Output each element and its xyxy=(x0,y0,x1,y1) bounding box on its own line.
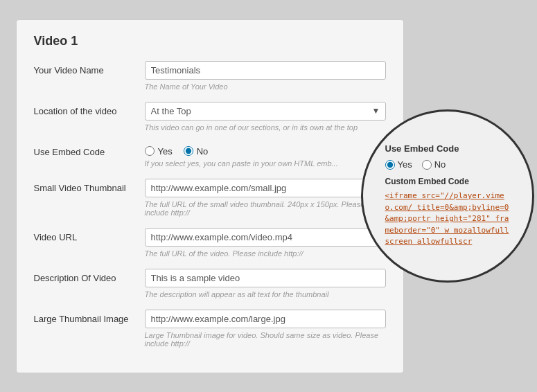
large-thumbnail-input[interactable] xyxy=(145,310,386,328)
embed-code-label: Use Embed Code xyxy=(34,143,145,157)
popup-radio-group: Yes No xyxy=(385,159,510,170)
popup-yes-radio[interactable] xyxy=(385,160,395,170)
description-label: Description Of Video xyxy=(34,269,145,283)
embed-radio-group: Yes No xyxy=(145,143,386,157)
embed-yes-radio[interactable] xyxy=(145,146,155,156)
location-hint: This video can go in one of our sections… xyxy=(145,123,386,132)
small-thumbnail-row: Small Video Thumbnail The full URL of th… xyxy=(34,179,386,217)
small-thumbnail-control: The full URL of the small video thumbnai… xyxy=(145,179,386,217)
embed-yes-text: Yes xyxy=(158,146,173,157)
large-thumbnail-control: Large Thumbnail image for video. Should … xyxy=(145,310,386,348)
main-form-card: Video 1 Your Video Name The Name of Your… xyxy=(16,19,404,373)
large-thumbnail-row: Large Thumbnail Image Large Thumbnail im… xyxy=(34,310,386,348)
large-thumbnail-label: Large Thumbnail Image xyxy=(34,310,145,324)
popup-yes-label[interactable]: Yes xyxy=(385,159,412,170)
video-url-control: The full URL of the video. Please includ… xyxy=(145,228,386,258)
embed-code-row: Use Embed Code Yes No If you select yes,… xyxy=(34,143,386,168)
small-thumbnail-input[interactable] xyxy=(145,179,386,197)
video-name-row: Your Video Name The Name of Your Video xyxy=(34,61,386,91)
embed-popup: Use Embed Code Yes No Custom Embed Code … xyxy=(361,109,534,283)
location-row: Location of the video At the Top At the … xyxy=(34,102,386,132)
small-thumbnail-hint: The full URL of the small video thumbnai… xyxy=(145,200,386,217)
embed-no-radio[interactable] xyxy=(184,146,193,156)
card-title: Video 1 xyxy=(34,34,386,48)
popup-title: Use Embed Code xyxy=(385,143,510,154)
location-label: Location of the video xyxy=(34,102,145,116)
popup-yes-text: Yes xyxy=(398,159,412,170)
description-row: Description Of Video The description wil… xyxy=(34,269,386,299)
video-name-hint: The Name of Your Video xyxy=(145,82,386,91)
video-url-label: Video URL xyxy=(34,228,145,242)
popup-no-radio[interactable] xyxy=(422,160,432,170)
popup-inner: Use Embed Code Yes No Custom Embed Code … xyxy=(378,143,517,248)
embed-yes-label[interactable]: Yes xyxy=(145,146,173,157)
video-name-control: The Name of Your Video xyxy=(145,61,386,91)
popup-section-title: Custom Embed Code xyxy=(385,177,510,186)
embed-code-control: Yes No If you select yes, you can paste … xyxy=(145,143,386,168)
embed-hint: If you select yes, you can paste in your… xyxy=(145,159,386,168)
location-select-wrap: At the Top At the Bottom Sidebar ▼ xyxy=(145,102,386,121)
popup-no-label[interactable]: No xyxy=(422,159,446,170)
small-thumbnail-label: Small Video Thumbnail xyxy=(34,179,145,193)
video-name-input[interactable] xyxy=(145,61,386,80)
location-select[interactable]: At the Top At the Bottom Sidebar xyxy=(145,102,386,121)
embed-no-text: No xyxy=(197,146,209,157)
description-control: The description will appear as alt text … xyxy=(145,269,386,299)
video-url-row: Video URL The full URL of the video. Ple… xyxy=(34,228,386,258)
video-url-input[interactable] xyxy=(145,228,386,247)
embed-no-label[interactable]: No xyxy=(184,146,209,157)
video-name-label: Your Video Name xyxy=(34,61,145,75)
large-thumbnail-hint: Large Thumbnail image for video. Should … xyxy=(145,331,386,348)
video-url-hint: The full URL of the video. Please includ… xyxy=(145,249,386,258)
popup-no-text: No xyxy=(434,159,446,170)
description-input[interactable] xyxy=(145,269,386,287)
location-control: At the Top At the Bottom Sidebar ▼ This … xyxy=(145,102,386,132)
popup-code: <iframe src="//player.vimeo.com/ title=0… xyxy=(385,190,510,248)
description-hint: The description will appear as alt text … xyxy=(145,290,386,299)
